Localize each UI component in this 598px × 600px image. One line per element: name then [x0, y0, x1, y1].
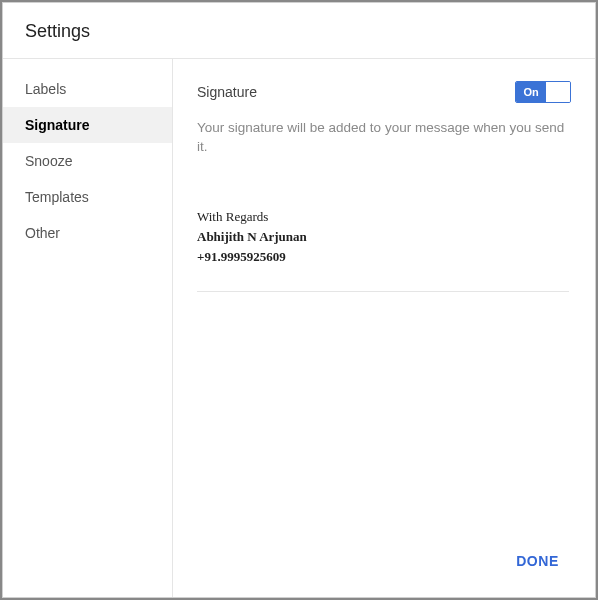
signature-line-3: +91.9995925609 — [197, 247, 569, 267]
signature-row: Signature On — [197, 81, 571, 103]
modal-header: Settings — [3, 3, 595, 59]
settings-sidebar: Labels Signature Snooze Templates Other — [3, 59, 173, 597]
done-button[interactable]: DONE — [508, 547, 567, 575]
signature-section-label: Signature — [197, 84, 257, 100]
toggle-on-label: On — [516, 82, 546, 102]
sidebar-item-labels[interactable]: Labels — [3, 71, 172, 107]
signature-toggle[interactable]: On — [515, 81, 571, 103]
modal-body: Labels Signature Snooze Templates Other … — [3, 59, 595, 597]
settings-modal: Settings Labels Signature Snooze Templat… — [2, 2, 596, 598]
sidebar-item-signature[interactable]: Signature — [3, 107, 172, 143]
page-title: Settings — [25, 21, 573, 42]
signature-description: Your signature will be added to your mes… — [197, 119, 571, 157]
sidebar-item-other[interactable]: Other — [3, 215, 172, 251]
modal-footer: DONE — [197, 537, 571, 587]
sidebar-item-templates[interactable]: Templates — [3, 179, 172, 215]
toggle-knob — [546, 82, 570, 102]
signature-line-2: Abhijith N Arjunan — [197, 227, 569, 247]
settings-content: Signature On Your signature will be adde… — [173, 59, 595, 597]
sidebar-item-snooze[interactable]: Snooze — [3, 143, 172, 179]
signature-line-1: With Regards — [197, 207, 569, 227]
signature-preview[interactable]: With Regards Abhijith N Arjunan +91.9995… — [197, 207, 569, 292]
